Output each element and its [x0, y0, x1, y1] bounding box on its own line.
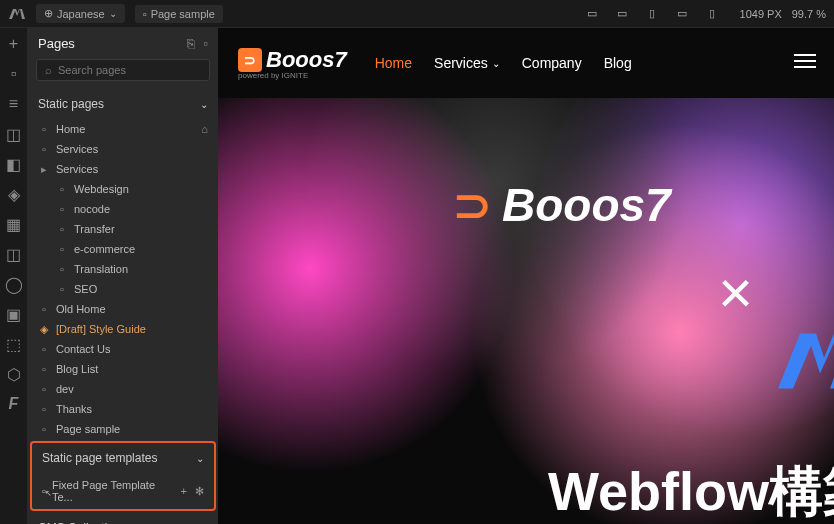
- webflow-mark: Webf: [778, 328, 834, 393]
- device-laptop-icon[interactable]: ▭: [672, 7, 692, 20]
- components-icon[interactable]: ◫: [6, 126, 22, 142]
- page-icon: ▫: [38, 383, 50, 395]
- design-canvas[interactable]: ⊃ Booos7 powered by IGNITE Home Services…: [218, 28, 834, 524]
- page-item-services[interactable]: ▫Services: [28, 139, 218, 159]
- ecommerce-icon[interactable]: ▣: [6, 306, 22, 322]
- users-icon[interactable]: ◯: [6, 276, 22, 292]
- templates-section-highlight: Static page templates ⌄ ▫↖ Fixed Page Te…: [30, 441, 216, 511]
- logo-mark-icon: ⊃: [238, 48, 262, 72]
- hero-logo-mark-icon: ⊃: [453, 178, 492, 232]
- pages-icon[interactable]: ▫: [6, 66, 22, 82]
- panel-title: Pages: [38, 36, 75, 51]
- device-tablet-wide-icon[interactable]: ▭: [612, 7, 632, 20]
- hero-headline: Webflow構築で: [548, 456, 834, 524]
- new-folder-icon[interactable]: ⎘: [187, 36, 195, 51]
- page-item-webdesign[interactable]: ▫Webdesign: [28, 179, 218, 199]
- nav-home[interactable]: Home: [375, 55, 412, 71]
- pages-panel: Pages ⎘ ▫ ⌕ Search pages Static pages ⌄ …: [28, 28, 218, 524]
- nav-links: Home Services⌄ Company Blog: [375, 55, 632, 71]
- brand-text: Booos7: [266, 47, 347, 73]
- add-icon[interactable]: +: [181, 485, 187, 498]
- search-pages-input[interactable]: ⌕ Search pages: [36, 59, 210, 81]
- device-tablet-icon[interactable]: ▯: [642, 7, 662, 20]
- language-label: Japanese: [57, 8, 105, 20]
- variables-icon[interactable]: ◧: [6, 156, 22, 172]
- page-icon: ▫: [38, 303, 50, 315]
- page-item-seo[interactable]: ▫SEO: [28, 279, 218, 299]
- page-item-nocode[interactable]: ▫nocode: [28, 199, 218, 219]
- page-item-thanks[interactable]: ▫Thanks: [28, 399, 218, 419]
- chevron-down-icon: ⌄: [196, 453, 204, 464]
- apps-icon[interactable]: ⬚: [6, 336, 22, 352]
- chevron-down-icon: ⌄: [109, 8, 117, 19]
- page-item-dev[interactable]: ▫dev: [28, 379, 218, 399]
- globe-icon: ⊕: [44, 7, 53, 20]
- cms-icon[interactable]: ◫: [6, 246, 22, 262]
- breadcrumb-page[interactable]: ▫ Page sample: [135, 5, 223, 23]
- section-label: Static page templates: [42, 451, 157, 465]
- folder-icon: ▸: [38, 163, 50, 175]
- page-item-blog-list[interactable]: ▫Blog List: [28, 359, 218, 379]
- draft-icon: ◈: [38, 323, 50, 335]
- page-folder-services[interactable]: ▸Services: [28, 159, 218, 179]
- webflow-logo-icon: [778, 331, 834, 391]
- static-pages-section[interactable]: Static pages ⌄: [28, 89, 218, 119]
- hero-brand-text: Booos7: [502, 178, 671, 232]
- home-icon: ⌂: [201, 123, 208, 135]
- new-page-icon[interactable]: ▫: [203, 36, 208, 51]
- search-icon: ⌕: [45, 64, 52, 76]
- page-icon: ▫: [56, 243, 68, 255]
- page-icon: ▫: [38, 403, 50, 415]
- page-icon: ▫: [38, 123, 50, 135]
- hero-logo: ⊃ Booos7: [453, 178, 671, 232]
- page-item-page-sample[interactable]: ▫Page sample: [28, 419, 218, 439]
- chevron-down-icon: ⌄: [200, 99, 208, 110]
- page-icon: ▫: [38, 343, 50, 355]
- page-icon: ▫: [56, 183, 68, 195]
- top-toolbar: ⊕ Japanese ⌄ ▫ Page sample ▭ ▭ ▯ ▭ ▯ 104…: [0, 0, 834, 28]
- powered-by-label: powered by IGNITE: [238, 71, 347, 80]
- page-icon: ▫: [56, 263, 68, 275]
- section-label: Static pages: [38, 97, 104, 111]
- assets-icon[interactable]: ▦: [6, 216, 22, 232]
- chevron-down-icon: ⌄: [492, 58, 500, 69]
- cms-pages-section[interactable]: CMS Collection pages ⌄: [28, 513, 218, 524]
- language-selector[interactable]: ⊕ Japanese ⌄: [36, 4, 125, 23]
- add-icon[interactable]: +: [6, 36, 22, 52]
- page-item-contact[interactable]: ▫Contact Us: [28, 339, 218, 359]
- viewport-width: 1049 PX: [740, 8, 782, 20]
- search-placeholder: Search pages: [58, 64, 126, 76]
- nav-blog[interactable]: Blog: [604, 55, 632, 71]
- page-icon: ▫: [38, 143, 50, 155]
- page-item-transfer[interactable]: ▫Transfer: [28, 219, 218, 239]
- settings-icon[interactable]: ✻: [195, 485, 204, 498]
- page-item-old-home[interactable]: ▫Old Home: [28, 299, 218, 319]
- navigator-icon[interactable]: ≡: [6, 96, 22, 112]
- page-icon: ▫: [143, 8, 147, 20]
- breadcrumb-label: Page sample: [151, 8, 215, 20]
- site-logo[interactable]: ⊃ Booos7 powered by IGNITE: [238, 47, 347, 80]
- font-icon[interactable]: F: [6, 396, 22, 412]
- page-icon: ▫: [38, 423, 50, 435]
- page-icon: ▫: [56, 283, 68, 295]
- nav-company[interactable]: Company: [522, 55, 582, 71]
- page-item-translation[interactable]: ▫Translation: [28, 259, 218, 279]
- nav-services[interactable]: Services⌄: [434, 55, 500, 71]
- page-icon: ▫: [56, 223, 68, 235]
- hamburger-menu-icon[interactable]: [794, 54, 816, 68]
- template-icon: ▫↖: [42, 485, 46, 497]
- static-templates-section[interactable]: Static page templates ⌄: [32, 443, 214, 473]
- site-navbar: ⊃ Booos7 powered by IGNITE Home Services…: [218, 28, 834, 98]
- page-item-ecommerce[interactable]: ▫e-commerce: [28, 239, 218, 259]
- style-icon[interactable]: ◈: [6, 186, 22, 202]
- left-icon-rail: + ▫ ≡ ◫ ◧ ◈ ▦ ◫ ◯ ▣ ⬚ ⬡ F: [0, 28, 28, 524]
- template-item[interactable]: ▫↖ Fixed Page Template Te... + ✻: [32, 473, 214, 509]
- page-icon: ▫: [38, 363, 50, 375]
- device-desktop-icon[interactable]: ▭: [582, 7, 602, 20]
- device-mobile-icon[interactable]: ▯: [702, 7, 722, 20]
- logic-icon[interactable]: ⬡: [6, 366, 22, 382]
- page-item-home[interactable]: ▫Home⌂: [28, 119, 218, 139]
- page-icon: ▫: [56, 203, 68, 215]
- webflow-logo-icon[interactable]: [8, 5, 26, 23]
- page-item-draft-style-guide[interactable]: ◈[Draft] Style Guide: [28, 319, 218, 339]
